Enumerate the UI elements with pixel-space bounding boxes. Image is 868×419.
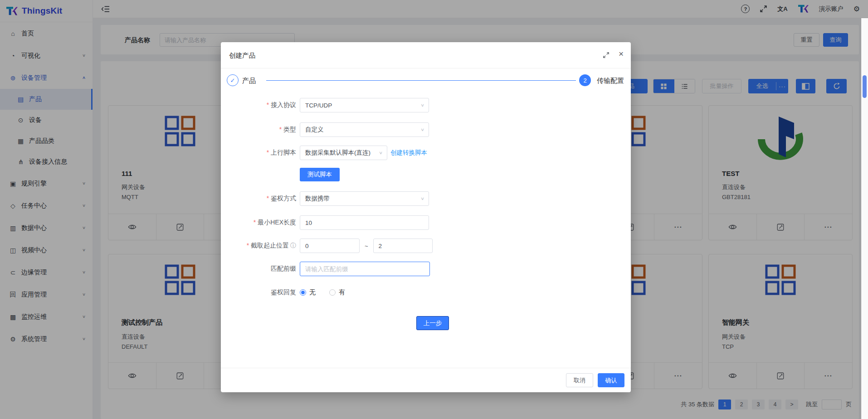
field-access-protocol: 接入协议 TCP/UDP ∨ — [221, 98, 631, 112]
uplink-script-select[interactable]: 数据采集默认脚本(直连) ∨ — [300, 146, 387, 160]
step-connector-line — [266, 80, 576, 81]
chevron-down-icon: ∨ — [420, 127, 424, 132]
min-hex-input[interactable] — [300, 215, 429, 230]
range-start-input[interactable] — [300, 239, 360, 253]
auth-reply-radio-yes[interactable]: 有 — [329, 288, 345, 297]
confirm-button[interactable]: 确认 — [598, 373, 624, 387]
access-protocol-select[interactable]: TCP/UDP ∨ — [300, 98, 429, 112]
modal-header: 创建产品 × — [221, 42, 631, 68]
create-convert-script-link[interactable]: 创建转换脚本 — [390, 149, 427, 157]
step-2-label: 传输配置 — [597, 77, 624, 85]
field-auth-reply: 鉴权回复 无 有 — [221, 285, 631, 300]
modal-title: 创建产品 — [229, 51, 255, 60]
chevron-down-icon: ∨ — [379, 151, 383, 156]
chevron-down-icon: ∨ — [420, 196, 424, 201]
field-min-hex: 最小HEX长度 — [221, 215, 631, 230]
step-1-done-icon: ✓ — [227, 74, 239, 86]
type-select[interactable]: 自定义 ∨ — [300, 122, 429, 137]
step-2-number: 2 — [579, 74, 591, 86]
step-1-label: 产品 — [242, 77, 256, 85]
test-script-row: 测试脚本 — [221, 168, 631, 181]
info-icon[interactable]: ⓘ — [290, 242, 296, 249]
range-end-input[interactable] — [373, 239, 433, 253]
field-auth-mode: 鉴权方式 数据携带 ∨ — [221, 191, 631, 206]
create-product-modal: 创建产品 × ✓ 产品 2 传输配置 接入协议 TCP/UDP ∨ — [221, 42, 631, 392]
auth-mode-select[interactable]: 数据携带 ∨ — [300, 191, 429, 206]
modal-close-icon[interactable]: × — [619, 49, 624, 58]
stepper: ✓ 产品 2 传输配置 — [221, 68, 631, 95]
scrollbar-track[interactable] — [861, 18, 868, 419]
modal-fullscreen-icon[interactable] — [603, 52, 610, 60]
scrollbar-thumb[interactable] — [863, 75, 867, 98]
chevron-down-icon: ∨ — [420, 103, 424, 108]
radio-selected-icon — [300, 289, 306, 296]
previous-step-button[interactable]: 上一步 — [416, 316, 449, 330]
field-type: 类型 自定义 ∨ — [221, 122, 631, 137]
modal-footer: 取消 确认 — [221, 368, 631, 392]
field-uplink-script: 上行脚本 数据采集默认脚本(直连) ∨ 创建转换脚本 — [221, 146, 631, 160]
field-match-prefix: 匹配前缀 — [221, 262, 631, 276]
range-separator: ~ — [365, 243, 368, 249]
field-intercept-range: 截取起止位置ⓘ ~ — [221, 239, 631, 253]
app-root: ThingsKit ⌂ 首页 ◔ 可视化 ∨ ⊚ 设备管理 ∧ ▤ 产品 ⊙ 设… — [0, 0, 868, 419]
auth-reply-radio-none[interactable]: 无 — [300, 288, 316, 297]
radio-unselected-icon — [329, 289, 336, 296]
cancel-button[interactable]: 取消 — [566, 373, 593, 387]
match-prefix-input[interactable] — [300, 262, 430, 276]
test-script-button[interactable]: 测试脚本 — [300, 168, 340, 181]
